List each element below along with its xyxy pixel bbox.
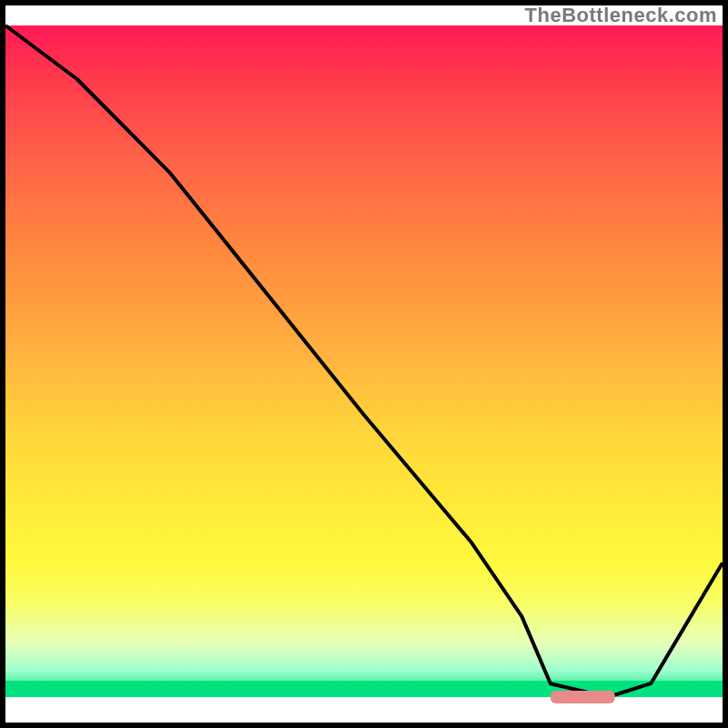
watermark-text: TheBottleneck.com xyxy=(525,4,717,27)
optimal-marker xyxy=(551,691,615,703)
bottleneck-plot xyxy=(0,0,728,728)
chart-container: TheBottleneck.com xyxy=(0,0,728,728)
bottleneck-curve xyxy=(5,25,723,697)
